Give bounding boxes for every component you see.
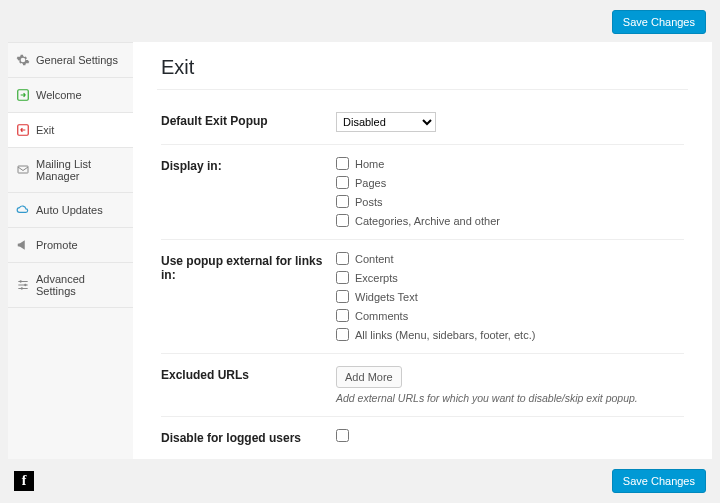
arrow-out-icon <box>16 123 30 137</box>
sidebar-item-advanced[interactable]: Advanced Settings <box>8 263 133 308</box>
gear-icon <box>16 53 30 67</box>
content-wrap: General Settings Welcome Exit Mailing Li… <box>8 42 712 459</box>
cloud-sync-icon <box>16 203 30 217</box>
row-display-in: Display in: Home Pages Posts Categories,… <box>161 145 684 240</box>
label-excluded-urls: Excluded URLs <box>161 366 336 382</box>
svg-rect-2 <box>18 166 28 173</box>
checkbox-posts[interactable] <box>336 195 349 208</box>
check-content[interactable]: Content <box>336 252 684 265</box>
checkbox-widgets[interactable] <box>336 290 349 303</box>
facebook-icon[interactable]: f <box>14 471 34 491</box>
excluded-urls-hint: Add external URLs for which you want to … <box>336 392 684 404</box>
check-home[interactable]: Home <box>336 157 684 170</box>
envelope-icon <box>16 163 30 177</box>
check-comments[interactable]: Comments <box>336 309 684 322</box>
sidebar-item-label: Advanced Settings <box>36 273 125 297</box>
sidebar-item-exit[interactable]: Exit <box>8 113 133 148</box>
arrow-in-icon <box>16 88 30 102</box>
checkbox-pages[interactable] <box>336 176 349 189</box>
check-posts[interactable]: Posts <box>336 195 684 208</box>
sidebar-item-promote[interactable]: Promote <box>8 228 133 263</box>
megaphone-icon <box>16 238 30 252</box>
row-disable-logged: Disable for logged users <box>161 417 684 457</box>
check-pages[interactable]: Pages <box>336 176 684 189</box>
label-disable-logged: Disable for logged users <box>161 429 336 445</box>
sidebar-item-general[interactable]: General Settings <box>8 42 133 78</box>
row-external-links: Use popup external for links in: Content… <box>161 240 684 354</box>
sidebar-item-label: Auto Updates <box>36 204 103 216</box>
checkbox-excerpts[interactable] <box>336 271 349 284</box>
sidebar-item-label: General Settings <box>36 54 118 66</box>
sidebar-item-label: Exit <box>36 124 54 136</box>
checkbox-all-links[interactable] <box>336 328 349 341</box>
sliders-icon <box>16 278 30 292</box>
check-all-links[interactable]: All links (Menu, sidebars, footer, etc.) <box>336 328 684 341</box>
row-default-popup: Default Exit Popup Disabled <box>161 100 684 145</box>
check-widgets[interactable]: Widgets Text <box>336 290 684 303</box>
sidebar-item-mailing[interactable]: Mailing List Manager <box>8 148 133 193</box>
checkbox-comments[interactable] <box>336 309 349 322</box>
sidebar-item-welcome[interactable]: Welcome <box>8 78 133 113</box>
save-button-top[interactable]: Save Changes <box>612 10 706 34</box>
label-external-links: Use popup external for links in: <box>161 252 336 282</box>
check-excerpts[interactable]: Excerpts <box>336 271 684 284</box>
sidebar-item-auto-updates[interactable]: Auto Updates <box>8 193 133 228</box>
svg-point-5 <box>21 287 23 289</box>
topbar: Save Changes <box>8 8 712 42</box>
default-popup-select[interactable]: Disabled <box>336 112 436 132</box>
check-categories[interactable]: Categories, Archive and other <box>336 214 684 227</box>
divider <box>157 89 688 90</box>
svg-point-3 <box>20 280 22 282</box>
add-more-button[interactable]: Add More <box>336 366 402 388</box>
sidebar-item-label: Welcome <box>36 89 82 101</box>
page-title: Exit <box>161 56 684 79</box>
checkbox-categories[interactable] <box>336 214 349 227</box>
sidebar-item-label: Promote <box>36 239 78 251</box>
checkbox-content[interactable] <box>336 252 349 265</box>
checkbox-disable-logged[interactable] <box>336 429 349 442</box>
sidebar-item-label: Mailing List Manager <box>36 158 125 182</box>
label-default-popup: Default Exit Popup <box>161 112 336 128</box>
sidebar: General Settings Welcome Exit Mailing Li… <box>8 42 133 459</box>
bottombar: f Save Changes <box>8 459 712 495</box>
save-button-bottom[interactable]: Save Changes <box>612 469 706 493</box>
checkbox-home[interactable] <box>336 157 349 170</box>
main-panel: Exit Default Exit Popup Disabled Display… <box>133 42 712 459</box>
label-display-in: Display in: <box>161 157 336 173</box>
svg-point-4 <box>24 284 26 286</box>
row-excluded-urls: Excluded URLs Add More Add external URLs… <box>161 354 684 417</box>
